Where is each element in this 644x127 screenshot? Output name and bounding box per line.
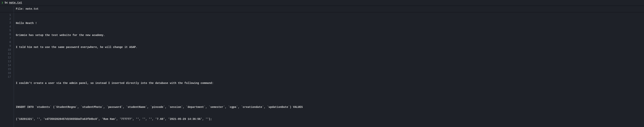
line-number-gutter: 1 2 3 4 5 6 7 8 9 10 11 12 13 14 15 16 1… [0,12,14,127]
code-line [16,57,303,61]
line-number: 5 [1,29,11,33]
line-number: 1 [1,13,11,17]
code-line: I told him not to use the same password … [16,45,303,49]
file-label: File: [16,7,24,11]
code-line: Grimmie has setup the test website for t… [16,33,303,37]
code-line [16,93,303,97]
code-line: I couldn't create a user via the admin p… [16,81,303,85]
command-argument: note.txt [9,1,22,5]
gutter-spacer [0,6,14,12]
line-number: 9 [1,44,11,48]
line-number: 14 [1,63,11,67]
line-number: 6 [1,33,11,36]
command-prompt-line[interactable]: ❯ bc note.txt [0,0,644,6]
line-number: 11 [1,52,11,56]
file-header-content: File: note.txt [14,6,40,12]
line-number: 12 [1,56,11,60]
line-number: 4 [1,25,11,29]
line-number: 8 [1,40,11,44]
line-number: 16 [1,71,11,75]
line-number: 13 [1,60,11,63]
file-content[interactable]: Hello Heath ! Grimmie has setup the test… [14,12,305,127]
line-number: 2 [1,17,11,21]
command-text: bc [5,1,8,5]
line-number: 10 [1,48,11,52]
terminal-window: ❯ bc note.txt File: note.txt 1 2 3 4 5 6… [0,0,644,127]
file-name: note.txt [26,7,38,11]
line-number: 7 [1,36,11,40]
prompt-symbol-icon: ❯ [2,1,3,5]
code-line [16,69,303,73]
code-line: Hello Heath ! [16,21,303,25]
line-number: 15 [1,67,11,71]
line-number: 17 [1,75,11,79]
code-line: ('10201321', '', 'cd73502828457d15655bbd… [16,117,303,121]
code-body: 1 2 3 4 5 6 7 8 9 10 11 12 13 14 15 16 1… [0,12,644,127]
file-header-row: File: note.txt [0,6,644,12]
line-number: 3 [1,21,11,25]
code-line: INSERT INTO `students` (`StudentRegno`, … [16,105,303,109]
